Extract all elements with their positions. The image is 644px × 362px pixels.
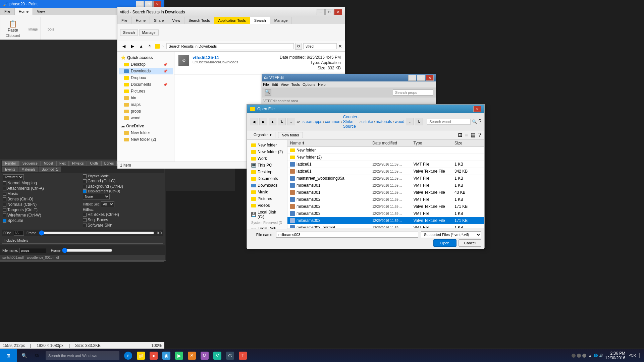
col-name[interactable]: Name ⬆ — [290, 141, 372, 145]
nav-up-btn[interactable]: ▲ — [138, 43, 145, 50]
address-refresh-btn[interactable]: ↻ — [295, 43, 302, 50]
tab-file[interactable]: File — [117, 17, 132, 24]
breadcrumb-cstrike[interactable]: cstrike — [361, 119, 373, 124]
of-recent-btn[interactable]: ⌵ — [287, 118, 295, 125]
of-search-icon[interactable]: 🔍 — [472, 119, 477, 124]
of-up-btn[interactable]: ▲ — [269, 118, 277, 125]
ribbon-manage-btn[interactable]: Manage — [139, 29, 159, 36]
show-desktop-btn[interactable]: | — [639, 353, 640, 359]
vtfedit-maximize-btn[interactable]: □ — [417, 75, 425, 81]
nav-new-folder[interactable]: New folder — [119, 129, 173, 136]
of-path-refresh-btn[interactable]: ↻ — [415, 118, 423, 125]
taskbar-app7-icon[interactable]: M — [199, 349, 211, 362]
nav-bin[interactable]: bin — [119, 95, 173, 101]
vtfedit-menu-options[interactable]: Options — [303, 82, 315, 86]
nav-downloads[interactable]: Downloads 📌 — [119, 68, 173, 74]
vtfedit-search-icon[interactable]: 🔍 — [265, 89, 271, 96]
chk-attachments[interactable] — [3, 187, 6, 190]
frame-bottom-slider[interactable] — [62, 248, 112, 253]
of-file-milbeams002-vtf[interactable]: milbeams002 12/29/2016 11:59 ... Valve T… — [287, 203, 484, 210]
of-file-lattice01-vtf[interactable]: lattice01 12/29/2016 11:59 ... Valve Tex… — [287, 168, 484, 175]
taskbar-app3-icon[interactable]: ● — [148, 349, 160, 362]
tab-model[interactable]: Model — [41, 161, 56, 166]
breadcrumb-wood[interactable]: wood — [395, 119, 405, 124]
of-file-milbeams003-normal[interactable]: milbeams003_normal 12/29/2016 11:59 ... … — [287, 224, 484, 228]
of-nav-videos[interactable]: Videos — [249, 202, 286, 209]
nav-forward-btn[interactable]: ▶ — [129, 43, 136, 50]
of-nav-new-folder-2[interactable]: New folder (2) — [249, 148, 286, 155]
chk-hit-boxes[interactable] — [83, 213, 87, 217]
view-toggle-btn[interactable]: ⊞ — [458, 132, 462, 138]
taskbar-app6-icon[interactable]: S — [186, 349, 198, 362]
tab-physics[interactable]: Physics — [69, 161, 87, 166]
tab-render[interactable]: Render — [2, 161, 19, 166]
chk-displacement[interactable] — [83, 189, 87, 193]
taskbar-app5-icon[interactable]: ▶ — [173, 349, 185, 362]
start-button[interactable]: ⊞ — [0, 349, 17, 362]
paint-tab-view[interactable]: View — [33, 8, 49, 15]
of-cancel-btn[interactable]: Cancel — [459, 239, 481, 247]
frame-slider[interactable] — [39, 230, 154, 236]
chk-bones[interactable] — [3, 197, 6, 201]
nav-back-btn[interactable]: ◀ — [120, 43, 127, 50]
tab-submod[interactable]: Submod_1 — [39, 167, 61, 172]
breadcrumb-css[interactable]: Counter-Strike Source — [343, 115, 359, 129]
explorer-maximize-btn[interactable]: □ — [325, 9, 333, 15]
of-file-milbeams002-vmt[interactable]: milbeams002 12/29/2016 11:59 ... VMT Fil… — [287, 196, 484, 203]
of-back-btn[interactable]: ◀ — [250, 118, 258, 125]
tab-application-tools[interactable]: Application Tools — [214, 17, 250, 24]
view-details-btn[interactable]: ▤ — [471, 132, 476, 138]
chk-specular[interactable] — [3, 219, 6, 223]
disp-mode-select[interactable]: None — [83, 194, 110, 199]
of-file-milbeams003-vmt[interactable]: milbeams003 12/29/2016 11:59 ... VMT Fil… — [287, 210, 484, 217]
address-input[interactable] — [166, 43, 294, 49]
vtfedit-menu-tools[interactable]: Tools — [291, 82, 300, 86]
of-open-btn[interactable]: Open — [433, 239, 457, 247]
of-nav-pictures[interactable]: Pictures — [249, 195, 286, 202]
tray-icon-1[interactable] — [572, 354, 576, 358]
hitbox-set-select[interactable]: All — [101, 201, 114, 207]
tab-bones[interactable]: Bones — [101, 161, 117, 166]
of-nav-downloads[interactable]: Downloads — [249, 182, 286, 189]
of-nav-music[interactable]: Music — [249, 189, 286, 195]
vtfedit-menu-edit[interactable]: Edit — [272, 82, 278, 86]
explorer-minimize-btn[interactable]: ─ — [317, 9, 325, 15]
show-hidden-icons-btn[interactable]: ▲ — [588, 354, 592, 357]
fov-input[interactable] — [14, 231, 24, 236]
nav-pictures[interactable]: Pictures — [119, 88, 173, 95]
of-nav-local-e[interactable]: 💾 Local Disk (E:) — [249, 225, 286, 229]
of-nav-this-pc[interactable]: 💻 This PC — [249, 162, 286, 169]
tab-materials[interactable]: Materials — [19, 167, 39, 172]
vtfedit-close-btn[interactable]: ✕ — [426, 75, 434, 81]
of-nav-desktop[interactable]: Desktop — [249, 169, 286, 175]
chk-ground[interactable] — [83, 179, 87, 183]
quick-access-header[interactable]: ⭐ Quick access — [119, 54, 173, 61]
col-size[interactable]: Size — [454, 141, 481, 145]
tray-notification-btn[interactable]: POR — [629, 354, 636, 357]
new-folder-btn[interactable]: New folder — [278, 132, 303, 138]
of-file-new-folder[interactable]: New folder — [287, 147, 484, 154]
of-filetype-select[interactable]: Supported Files (*.vmt;*.vtf) — [421, 231, 481, 238]
paint-minimize-btn[interactable]: ─ — [136, 1, 144, 7]
chk-normals[interactable] — [3, 203, 6, 206]
search-input[interactable] — [303, 43, 337, 49]
of-nav-documents[interactable]: Documents — [249, 175, 286, 182]
col-date[interactable]: Date modified — [372, 141, 414, 145]
chk-music[interactable] — [3, 192, 6, 196]
taskbar-search-icon[interactable]: 🔍 — [18, 349, 30, 362]
of-nav-new-folder[interactable]: New folder — [249, 142, 286, 148]
tab-search-tools[interactable]: Search Tools — [184, 17, 214, 24]
organize-btn[interactable]: Organize ▾ — [250, 132, 275, 138]
onedrive-header[interactable]: ☁ OneDrive — [119, 123, 173, 129]
explorer-close-btn[interactable]: ✕ — [334, 9, 342, 15]
taskbar-app4-icon[interactable]: ◉ — [160, 349, 172, 362]
of-nav-work[interactable]: Work — [249, 155, 286, 162]
paint-tab-home[interactable]: Home — [15, 8, 33, 15]
of-help-btn2[interactable]: ? — [478, 132, 481, 138]
tab-flex[interactable]: Flex — [56, 161, 69, 166]
search-clear-btn[interactable]: ✕ — [338, 44, 342, 49]
chk-seq-boxes[interactable] — [83, 218, 87, 222]
taskbar-edge-icon[interactable]: e — [122, 349, 134, 362]
tray-time[interactable]: 2:36 PM 12/30/2016 — [605, 351, 625, 360]
tray-icon-2[interactable] — [577, 354, 581, 358]
